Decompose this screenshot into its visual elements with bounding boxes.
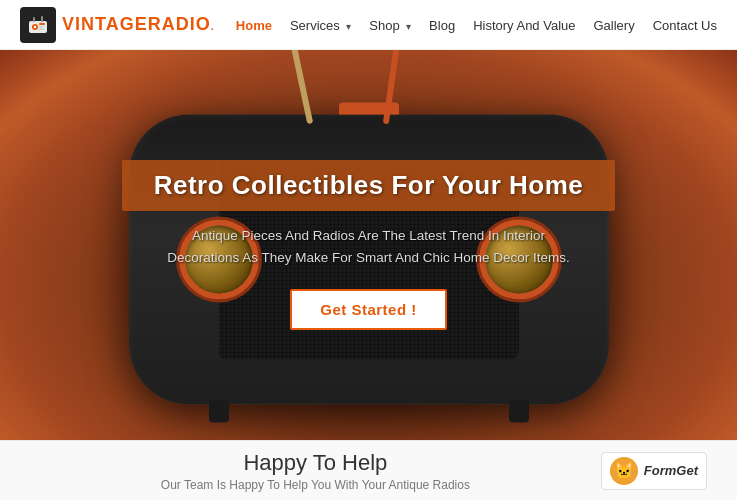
nav-link-services[interactable]: Services (290, 18, 340, 33)
nav-item-contact[interactable]: Contact Us (653, 16, 717, 34)
nav-item-gallery[interactable]: Gallery (594, 16, 635, 34)
nav-link-gallery[interactable]: Gallery (594, 18, 635, 33)
nav-link-contact[interactable]: Contact Us (653, 18, 717, 33)
svg-rect-4 (39, 26, 43, 28)
svg-rect-7 (41, 16, 43, 22)
logo-icon (20, 7, 56, 43)
nav-link-home[interactable]: Home (236, 18, 272, 33)
get-started-button[interactable]: Get Started ! (290, 289, 447, 330)
nav-item-shop[interactable]: Shop ▾ (369, 16, 411, 34)
hero-subtitle: Antique Pieces And Radios Are The Latest… (159, 225, 579, 268)
bottom-section: Happy To Help Our Team Is Happy To Help … (0, 440, 737, 500)
nav-link-shop[interactable]: Shop (369, 18, 399, 33)
bottom-text-area: Happy To Help Our Team Is Happy To Help … (30, 450, 601, 492)
chevron-down-icon: ▾ (406, 21, 411, 32)
logo-text: VINTAGERADIO. (62, 14, 214, 35)
nav-links: Home Services ▾ Shop ▾ Blog History And … (236, 16, 717, 34)
formget-label: FormGet (644, 463, 698, 478)
navbar: VINTAGERADIO. Home Services ▾ Shop ▾ Blo… (0, 0, 737, 50)
bottom-subtitle: Our Team Is Happy To Help You With Your … (30, 478, 601, 492)
svg-rect-5 (39, 28, 44, 30)
svg-rect-6 (33, 17, 35, 22)
svg-point-2 (34, 25, 36, 27)
logo[interactable]: VINTAGERADIO. (20, 7, 214, 43)
nav-item-home[interactable]: Home (236, 16, 272, 34)
formget-badge[interactable]: 🐱 FormGet (601, 452, 707, 490)
svg-rect-3 (39, 23, 45, 25)
nav-link-blog[interactable]: Blog (429, 18, 455, 33)
nav-link-history[interactable]: History And Value (473, 18, 575, 33)
nav-item-history[interactable]: History And Value (473, 16, 575, 34)
chevron-down-icon: ▾ (346, 21, 351, 32)
nav-item-blog[interactable]: Blog (429, 16, 455, 34)
bottom-title: Happy To Help (30, 450, 601, 476)
nav-item-services[interactable]: Services ▾ (290, 16, 351, 34)
hero-title-background: Retro Collectibles For Your Home (122, 160, 616, 211)
hero-section: Retro Collectibles For Your Home Antique… (0, 50, 737, 440)
hero-title: Retro Collectibles For Your Home (152, 170, 586, 201)
formget-icon: 🐱 (610, 457, 638, 485)
hero-content: Retro Collectibles For Your Home Antique… (0, 50, 737, 440)
